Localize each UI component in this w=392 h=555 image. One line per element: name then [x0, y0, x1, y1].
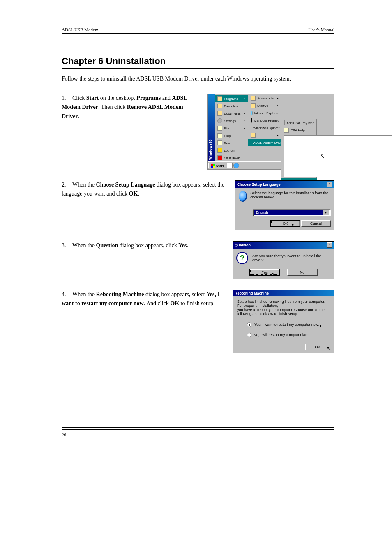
run-icon [217, 140, 222, 145]
ie-icon [251, 111, 253, 115]
menu-help[interactable]: Help [215, 132, 248, 139]
cursor-icon: ↖ [320, 152, 325, 160]
dialog-title-text: Choose Setup Language [237, 182, 281, 187]
dialog-titlebar: Rebooting Machine [233, 290, 334, 296]
doc-title: ADSL USB Modem [62, 27, 98, 32]
yes-button[interactable]: Yes [249, 269, 280, 276]
favorites-icon [217, 104, 222, 108]
start-button[interactable]: Start [208, 163, 226, 168]
folder-icon [251, 103, 256, 108]
submenu-readme[interactable]: Read Me [281, 134, 317, 178]
chevron-down-icon[interactable]: ▼ [323, 210, 329, 215]
dialog-message-2: you have to reboot your computer. Choose… [237, 308, 330, 316]
dialog-titlebar: Question × [233, 242, 334, 249]
submenu-csa-help[interactable]: CSA Help [281, 127, 317, 134]
menu-run[interactable]: Run... [215, 139, 248, 147]
folder-icon [251, 133, 256, 138]
help-icon [217, 133, 222, 138]
msdos-icon [251, 118, 252, 123]
question-icon: ? [236, 252, 248, 264]
windows-logo-icon [211, 164, 215, 168]
settings-icon [217, 118, 222, 123]
ok-button[interactable]: OK [270, 220, 300, 227]
submenu-adsl[interactable]: ADSL Modem Driver [248, 139, 281, 146]
submenu-ie[interactable]: Internet Explorer [248, 109, 281, 117]
no-button[interactable]: No [287, 269, 318, 276]
cursor-icon: ↖ [291, 223, 295, 228]
radio-restart-later[interactable]: No, I will restart my computer later. [247, 333, 330, 337]
close-icon: × [327, 242, 332, 248]
menu-settings[interactable]: Settings [215, 117, 248, 124]
chapter-rule [62, 68, 334, 69]
language-value: English [254, 210, 323, 215]
submenu-msdos[interactable]: MS-DOS Prompt [248, 117, 281, 124]
submenu-explorer[interactable]: Windows Explorer [248, 124, 281, 131]
header-rule [62, 33, 334, 35]
dialog-title-text: Question [235, 243, 251, 247]
programs-icon [217, 96, 222, 101]
submenu-add-tray[interactable]: Add CSA Tray Icon [281, 119, 317, 127]
submenu-startup[interactable]: StartUp [248, 102, 281, 109]
page-number: 26 [62, 432, 66, 437]
step-4-text: 4.When the Rebooting Machine dialog box … [62, 290, 233, 309]
figure-choose-language-dialog: Choose Setup Language × Select the langu… [235, 180, 334, 230]
readme-icon [284, 135, 392, 177]
figure-reboot-dialog: Rebooting Machine Setup has finished rem… [233, 290, 334, 353]
step-2-text: 2.When the Choose Setup Language dialog … [62, 180, 235, 199]
dialog-message: Select the language for this installatio… [250, 191, 331, 199]
startmenu-band: Windows98 [208, 94, 215, 161]
ok-button[interactable]: OK [305, 344, 330, 350]
tray-icon [284, 120, 285, 125]
dialog-message-1: Setup has finished removing files from y… [237, 299, 330, 308]
cursor-icon: ↖ [327, 345, 331, 351]
startmenu-col1: Programs Favorites Documents Settings Fi… [215, 94, 248, 161]
radio-icon [247, 322, 251, 327]
dialog-title-text: Rebooting Machine [235, 291, 269, 295]
menu-documents[interactable]: Documents [215, 110, 248, 117]
cursor-icon: ↖ [271, 272, 275, 277]
menu-logoff[interactable]: Log Off [215, 147, 248, 154]
footer-rule [62, 427, 334, 430]
doc-subtitle: User's Manual [309, 27, 334, 32]
menu-shutdown[interactable]: Shut Down... [215, 154, 248, 161]
radio-icon [247, 333, 251, 337]
helpbook-icon [284, 128, 289, 133]
taskbar-ie-icon[interactable] [233, 163, 239, 168]
logoff-icon [217, 148, 222, 153]
menu-find[interactable]: Find [215, 124, 248, 132]
explorer-icon [251, 125, 251, 130]
chapter-intro: Follow the steps to uninstall the ADSL U… [62, 74, 334, 83]
submenu-accessories[interactable]: Accessories [248, 94, 281, 102]
find-icon [217, 126, 222, 131]
dialog-message: Are you sure that you want to uninstall … [252, 254, 331, 262]
taskbar-quicklaunch-icon[interactable] [227, 163, 233, 168]
close-icon[interactable]: × [327, 182, 332, 187]
chapter-title: Chapter 6 Uninstallation [62, 56, 334, 67]
figure-start-menu: Windows98 Programs Favorites Documents S… [207, 94, 334, 170]
step-3-text: 3.When the Question dialog box appears, … [62, 241, 233, 250]
cancel-button[interactable]: Cancel [301, 220, 331, 227]
step-1-text: 1.Click Start on the desktop, Programs a… [62, 94, 207, 121]
menu-favorites[interactable]: Favorites [215, 102, 248, 110]
figure-question-dialog: Question × ? Are you sure that you want … [233, 241, 334, 279]
documents-icon [217, 111, 222, 116]
language-combobox[interactable]: English ▼ [253, 209, 331, 216]
submenu-blank[interactable] [248, 131, 281, 139]
dialog-titlebar: Choose Setup Language × [235, 181, 334, 188]
adsl-icon [251, 140, 251, 145]
globe-icon [239, 191, 247, 202]
startmenu-col2: Accessories StartUp Internet Explorer MS… [248, 94, 281, 146]
radio-restart-now[interactable]: Yes, I want to restart my computer now. [247, 322, 330, 327]
menu-programs[interactable]: Programs [215, 95, 248, 102]
shutdown-icon [217, 155, 222, 160]
folder-icon [251, 96, 256, 101]
